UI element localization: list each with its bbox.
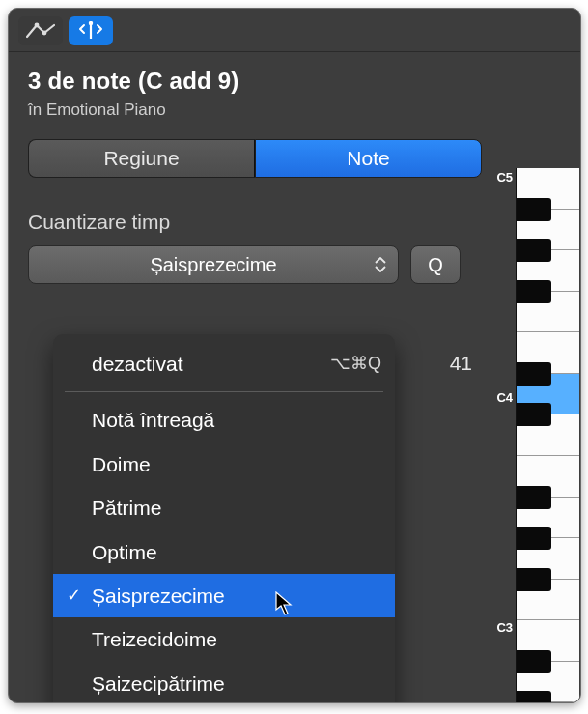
piano-black-key[interactable] — [517, 650, 551, 673]
menu-item-label: Notă întreagă — [92, 406, 214, 434]
menu-item-label: Treizecidoime — [92, 625, 217, 653]
piano-white-keys — [517, 168, 579, 703]
editor-window: 3 de note (C add 9) în Emotional Piano R… — [8, 8, 581, 703]
menu-item-label: dezactivat — [92, 350, 183, 378]
menu-item-thirtysecond[interactable]: Treizecidoime — [53, 617, 395, 661]
quantize-menu: dezactivat ⌥⌘Q Notă întreagă Doime Pătri… — [53, 334, 395, 703]
piano-black-key[interactable] — [517, 362, 551, 386]
automation-tool-button[interactable] — [18, 16, 63, 45]
piano-black-key[interactable] — [517, 527, 551, 550]
menu-item-whole[interactable]: Notă întreagă — [53, 398, 395, 442]
svg-point-0 — [35, 23, 40, 28]
piano-white-key[interactable] — [517, 702, 579, 703]
flex-icon — [76, 21, 105, 41]
menu-divider — [65, 391, 383, 392]
tab-note[interactable]: Note — [255, 139, 482, 178]
flex-tool-button[interactable] — [69, 16, 113, 45]
quantize-row: Șaisprezecime Q — [28, 245, 580, 284]
octave-label: C5 — [496, 170, 513, 185]
popup-arrows-icon — [375, 254, 388, 275]
piano-black-key[interactable] — [517, 239, 551, 262]
value-display: 41 — [450, 352, 472, 375]
menu-item-label: Pătrime — [92, 494, 161, 522]
toolbar — [9, 9, 580, 52]
menu-item-quarter[interactable]: Pătrime — [53, 486, 395, 529]
page-title: 3 de note (C add 9) — [28, 68, 580, 95]
piano-keyboard[interactable] — [516, 168, 579, 703]
quantize-apply-button[interactable]: Q — [410, 245, 461, 284]
menu-item-sixtyfourth[interactable]: Șaizecipătrime — [53, 662, 395, 703]
piano-black-key[interactable] — [517, 280, 551, 303]
tab-region[interactable]: Regiune — [28, 139, 255, 178]
quantize-label: Cuantizare timp — [28, 211, 580, 234]
octave-label: C3 — [496, 620, 513, 635]
quantize-value: Șaisprezecime — [150, 254, 276, 276]
piano-black-key[interactable] — [517, 691, 551, 703]
automation-icon — [26, 22, 55, 40]
track-name: în Emotional Piano — [28, 100, 580, 120]
piano-black-key[interactable] — [517, 568, 551, 591]
svg-point-2 — [89, 21, 93, 25]
piano-black-key[interactable] — [517, 198, 551, 221]
piano-black-key[interactable] — [517, 403, 551, 426]
segmented-control: Regiune Note — [28, 139, 482, 178]
menu-item-label: Optime — [92, 538, 157, 566]
menu-item-off[interactable]: dezactivat ⌥⌘Q — [53, 342, 395, 386]
menu-item-label: Șaizecipătrime — [92, 670, 225, 698]
menu-item-label: Șaisprezecime — [92, 582, 225, 610]
mouse-cursor-icon — [275, 591, 294, 616]
menu-item-half[interactable]: Doime — [53, 443, 395, 486]
menu-item-eighth[interactable]: Optime — [53, 530, 395, 574]
quantize-select[interactable]: Șaisprezecime — [28, 245, 399, 284]
octave-label: C4 — [496, 390, 513, 405]
svg-point-1 — [42, 31, 47, 36]
piano-black-key[interactable] — [517, 486, 551, 509]
panel: 3 de note (C add 9) în Emotional Piano R… — [9, 52, 580, 701]
menu-shortcut: ⌥⌘Q — [330, 352, 381, 376]
menu-item-label: Doime — [92, 450, 151, 478]
menu-item-sixteenth[interactable]: Șaisprezecime — [53, 574, 395, 617]
